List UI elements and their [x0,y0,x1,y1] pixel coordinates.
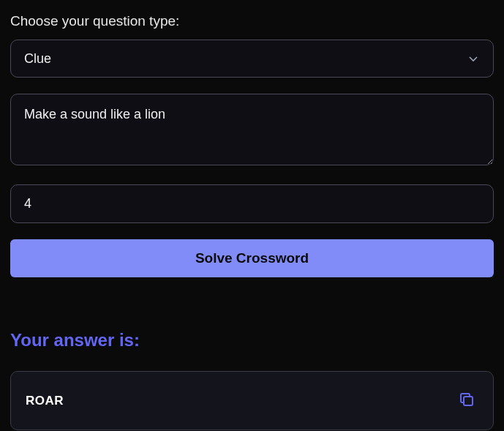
clue-textarea[interactable]: Make a sound like a lion [10,94,494,165]
question-type-select-wrap: Clue [10,40,494,94]
copy-button[interactable] [455,388,478,413]
svg-rect-0 [464,397,473,405]
copy-icon [458,391,475,411]
question-type-select[interactable]: Clue [10,40,494,78]
answer-box: ROAR [10,371,494,430]
answer-text: ROAR [26,394,64,408]
question-type-label: Choose your question type: [10,13,494,29]
length-input[interactable] [10,184,494,223]
solve-button[interactable]: Solve Crossword [10,239,494,277]
answer-heading: Your answer is: [10,330,494,351]
